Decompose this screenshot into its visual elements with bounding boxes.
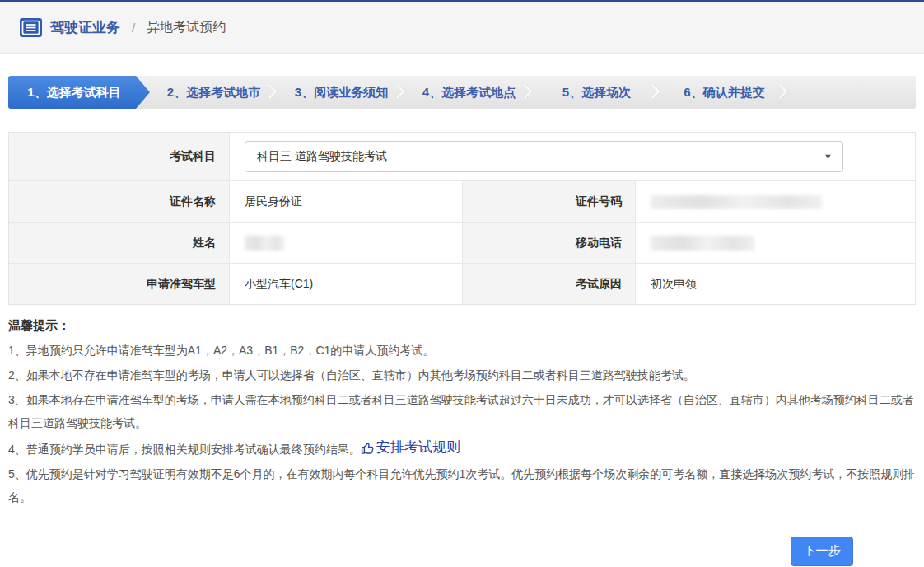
step-divider-icon — [646, 85, 660, 99]
thumb-up-icon — [361, 441, 375, 455]
tip-item-3: 3、如果本地存在申请准驾车型的考场，申请人需在本地预约科目二或者科目三道路驾驶技… — [8, 388, 916, 434]
exam-rules-link-label: 安排考试规则 — [376, 436, 460, 459]
list-icon — [20, 18, 42, 37]
breadcrumb: 驾驶证业务 / 异地考试预约 — [0, 2, 924, 54]
step-label: 6、确认并提交 — [684, 85, 764, 101]
footer-actions: 下一步 — [0, 537, 924, 566]
step-label: 4、选择考试地点 — [422, 85, 516, 101]
mobile-redacted-value — [651, 236, 754, 251]
dropdown-arrow-icon: ▼ — [824, 152, 833, 161]
step-5-select-session[interactable]: 5、选择场次 — [533, 76, 660, 109]
step-6-confirm-submit[interactable]: 6、确认并提交 — [660, 76, 788, 109]
step-wizard: 1、选择考试科目 2、选择考试地市 3、阅读业务须知 4、选择考试地点 5、选择… — [8, 76, 916, 109]
id-number-cell — [635, 180, 915, 222]
exam-reason-label: 考试原因 — [462, 263, 635, 304]
name-cell — [229, 222, 462, 263]
name-label: 姓名 — [9, 222, 229, 263]
step-divider-icon — [264, 85, 278, 99]
step-1-select-subject[interactable]: 1、选择考试科目 — [8, 76, 150, 109]
step-label: 2、选择考试地市 — [167, 85, 260, 101]
vehicle-type-value: 小型汽车(C1) — [229, 263, 462, 304]
id-type-label: 证件名称 — [9, 180, 229, 222]
tips-section: 温馨提示： 1、异地预约只允许申请准驾车型为A1，A2，A3，B1，B2，C1的… — [8, 318, 916, 508]
breadcrumb-service-title[interactable]: 驾驶证业务 — [50, 18, 120, 37]
id-number-redacted-value — [651, 195, 822, 209]
vehicle-type-label: 申请准驾车型 — [9, 263, 229, 304]
step-label: 1、选择考试科目 — [27, 85, 120, 101]
exam-subject-selected-value: 科目三 道路驾驶技能考试 — [257, 149, 387, 164]
tip-item-4-text: 4、普通预约学员申请后，按照相关规则安排考试确认最终预约结果。 — [8, 443, 361, 456]
breadcrumb-separator: / — [132, 21, 135, 35]
tip-item-5: 5、优先预约是针对学习驾驶证明有效期不足6个月的，在有效期内每个科目允许优先预约… — [8, 462, 916, 508]
step-bar-filler — [788, 76, 916, 109]
step-2-select-city[interactable]: 2、选择考试地市 — [150, 76, 278, 109]
mobile-cell — [635, 222, 915, 263]
step-label: 5、选择场次 — [562, 85, 631, 101]
next-step-button[interactable]: 下一步 — [791, 537, 853, 566]
step-4-select-site[interactable]: 4、选择考试地点 — [405, 76, 533, 109]
step-label: 3、阅读业务须知 — [295, 85, 388, 101]
exam-subject-cell: 科目三 道路驾驶技能考试 ▼ — [229, 133, 915, 180]
step-divider-icon — [774, 85, 788, 99]
step-3-read-notice[interactable]: 3、阅读业务须知 — [278, 76, 405, 109]
step-divider-icon — [519, 85, 533, 99]
applicant-info-table: 考试科目 科目三 道路驾驶技能考试 ▼ 证件名称 居民身份证 证件号码 姓名 移… — [8, 132, 916, 305]
exam-reason-value: 初次申领 — [635, 263, 915, 304]
tip-item-2: 2、如果本地不存在申请准驾车型的考场，申请人可以选择省（自治区、直辖市）内其他考… — [8, 363, 916, 387]
id-number-label: 证件号码 — [462, 180, 635, 222]
page-title: 异地考试预约 — [147, 19, 226, 36]
mobile-label: 移动电话 — [462, 222, 635, 263]
tip-item-1: 1、异地预约只允许申请准驾车型为A1，A2，A3，B1，B2，C1的申请人预约考… — [8, 339, 916, 362]
exam-subject-select[interactable]: 科目三 道路驾驶技能考试 ▼ — [245, 141, 843, 172]
id-type-value: 居民身份证 — [229, 180, 462, 222]
tip-item-4: 4、普通预约学员申请后，按照相关规则安排考试确认最终预约结果。安排考试规则 — [8, 436, 916, 461]
exam-rules-link[interactable]: 安排考试规则 — [361, 436, 460, 459]
tips-title: 温馨提示： — [8, 318, 916, 334]
step-divider-icon — [391, 85, 405, 99]
exam-subject-label: 考试科目 — [9, 133, 229, 180]
name-redacted-value — [245, 236, 284, 251]
